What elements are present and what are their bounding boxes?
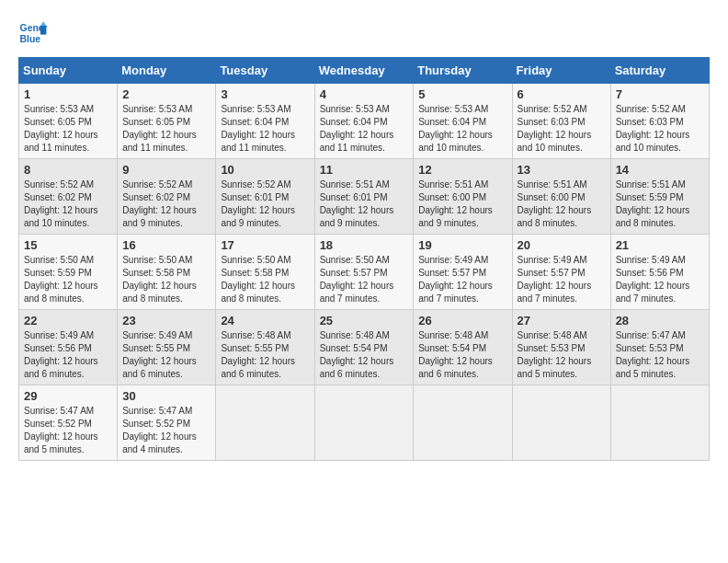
day-info: Sunrise: 5:51 AMSunset: 6:00 PMDaylight:…	[418, 178, 506, 230]
day-number: 27	[518, 314, 606, 327]
day-number: 15	[24, 238, 112, 252]
day-info: Sunrise: 5:48 AMSunset: 5:54 PMDaylight:…	[418, 329, 506, 381]
calendar-week-row: 1 Sunrise: 5:53 AMSunset: 6:05 PMDayligh…	[19, 84, 710, 159]
day-info: Sunrise: 5:48 AMSunset: 5:55 PMDaylight:…	[221, 329, 309, 381]
day-number: 19	[418, 238, 506, 252]
day-number: 6	[518, 87, 606, 101]
day-number: 5	[418, 87, 506, 101]
day-info: Sunrise: 5:47 AMSunset: 5:52 PMDaylight:…	[24, 405, 112, 456]
day-number: 14	[616, 163, 704, 177]
day-number: 7	[616, 87, 704, 101]
day-info: Sunrise: 5:47 AMSunset: 5:52 PMDaylight:…	[122, 405, 210, 456]
day-number: 17	[221, 238, 309, 252]
day-info: Sunrise: 5:49 AMSunset: 5:57 PMDaylight:…	[518, 254, 606, 305]
logo-icon: General Blue	[18, 18, 48, 48]
calendar-cell: 9 Sunrise: 5:52 AMSunset: 6:02 PMDayligh…	[118, 159, 216, 235]
calendar-cell	[414, 385, 512, 461]
calendar-cell: 7 Sunrise: 5:52 AMSunset: 6:03 PMDayligh…	[610, 84, 709, 159]
day-info: Sunrise: 5:47 AMSunset: 5:53 PMDaylight:…	[616, 329, 704, 381]
day-info: Sunrise: 5:51 AMSunset: 6:01 PMDaylight:…	[320, 178, 409, 230]
calendar-cell: 23 Sunrise: 5:49 AMSunset: 5:55 PMDaylig…	[118, 310, 216, 385]
calendar-cell: 11 Sunrise: 5:51 AMSunset: 6:01 PMDaylig…	[314, 159, 414, 235]
calendar-cell: 1 Sunrise: 5:53 AMSunset: 6:05 PMDayligh…	[19, 84, 118, 159]
calendar-cell: 27 Sunrise: 5:48 AMSunset: 5:53 PMDaylig…	[512, 310, 610, 385]
day-info: Sunrise: 5:53 AMSunset: 6:04 PMDaylight:…	[320, 103, 409, 155]
header-cell-saturday: Saturday	[610, 58, 709, 84]
header-cell-tuesday: Tuesday	[216, 58, 314, 84]
day-number: 24	[221, 314, 309, 327]
calendar-cell: 29 Sunrise: 5:47 AMSunset: 5:52 PMDaylig…	[19, 385, 118, 461]
calendar-week-row: 15 Sunrise: 5:50 AMSunset: 5:59 PMDaylig…	[19, 235, 710, 310]
calendar-table: SundayMondayTuesdayWednesdayThursdayFrid…	[18, 57, 710, 461]
day-number: 25	[320, 314, 409, 327]
day-number: 30	[122, 389, 210, 403]
calendar-cell: 6 Sunrise: 5:52 AMSunset: 6:03 PMDayligh…	[512, 84, 610, 159]
day-number: 1	[24, 87, 112, 101]
day-number: 18	[320, 238, 409, 252]
day-info: Sunrise: 5:52 AMSunset: 6:03 PMDaylight:…	[518, 103, 606, 155]
calendar-cell: 21 Sunrise: 5:49 AMSunset: 5:56 PMDaylig…	[610, 235, 709, 310]
day-number: 20	[518, 238, 606, 252]
logo: General Blue	[18, 18, 51, 48]
day-number: 9	[122, 163, 210, 177]
calendar-week-row: 29 Sunrise: 5:47 AMSunset: 5:52 PMDaylig…	[19, 385, 710, 461]
day-number: 8	[24, 163, 112, 177]
header-cell-friday: Friday	[512, 58, 610, 84]
calendar-cell: 20 Sunrise: 5:49 AMSunset: 5:57 PMDaylig…	[512, 235, 610, 310]
day-info: Sunrise: 5:53 AMSunset: 6:04 PMDaylight:…	[418, 103, 506, 155]
day-number: 22	[24, 314, 112, 327]
header-cell-monday: Monday	[118, 58, 216, 84]
day-info: Sunrise: 5:49 AMSunset: 5:56 PMDaylight:…	[24, 329, 112, 381]
day-info: Sunrise: 5:50 AMSunset: 5:57 PMDaylight:…	[320, 254, 409, 305]
day-number: 11	[320, 163, 409, 177]
day-info: Sunrise: 5:53 AMSunset: 6:05 PMDaylight:…	[24, 103, 112, 155]
calendar-cell: 3 Sunrise: 5:53 AMSunset: 6:04 PMDayligh…	[216, 84, 314, 159]
calendar-cell: 18 Sunrise: 5:50 AMSunset: 5:57 PMDaylig…	[314, 235, 414, 310]
header-cell-thursday: Thursday	[414, 58, 512, 84]
day-info: Sunrise: 5:50 AMSunset: 5:59 PMDaylight:…	[24, 254, 112, 305]
day-info: Sunrise: 5:52 AMSunset: 6:02 PMDaylight:…	[122, 178, 210, 230]
day-number: 21	[616, 238, 704, 252]
calendar-cell: 10 Sunrise: 5:52 AMSunset: 6:01 PMDaylig…	[216, 159, 314, 235]
day-number: 29	[24, 389, 112, 403]
calendar-cell: 15 Sunrise: 5:50 AMSunset: 5:59 PMDaylig…	[19, 235, 118, 310]
calendar-cell: 24 Sunrise: 5:48 AMSunset: 5:55 PMDaylig…	[216, 310, 314, 385]
day-info: Sunrise: 5:52 AMSunset: 6:03 PMDaylight:…	[616, 103, 704, 155]
day-info: Sunrise: 5:52 AMSunset: 6:01 PMDaylight:…	[221, 178, 309, 230]
day-number: 12	[418, 163, 506, 177]
calendar-cell	[216, 385, 314, 461]
day-info: Sunrise: 5:48 AMSunset: 5:53 PMDaylight:…	[518, 329, 606, 381]
day-number: 28	[616, 314, 704, 327]
header-row: SundayMondayTuesdayWednesdayThursdayFrid…	[19, 58, 710, 84]
calendar-cell: 17 Sunrise: 5:50 AMSunset: 5:58 PMDaylig…	[216, 235, 314, 310]
day-number: 26	[418, 314, 506, 327]
day-info: Sunrise: 5:53 AMSunset: 6:04 PMDaylight:…	[221, 103, 309, 155]
calendar-cell	[512, 385, 610, 461]
calendar-cell: 5 Sunrise: 5:53 AMSunset: 6:04 PMDayligh…	[414, 84, 512, 159]
calendar-cell: 30 Sunrise: 5:47 AMSunset: 5:52 PMDaylig…	[118, 385, 216, 461]
header-cell-sunday: Sunday	[19, 58, 118, 84]
day-info: Sunrise: 5:48 AMSunset: 5:54 PMDaylight:…	[320, 329, 409, 381]
day-info: Sunrise: 5:49 AMSunset: 5:55 PMDaylight:…	[122, 329, 210, 381]
calendar-cell: 19 Sunrise: 5:49 AMSunset: 5:57 PMDaylig…	[414, 235, 512, 310]
day-number: 16	[122, 238, 210, 252]
calendar-cell: 13 Sunrise: 5:51 AMSunset: 6:00 PMDaylig…	[512, 159, 610, 235]
day-info: Sunrise: 5:49 AMSunset: 5:57 PMDaylight:…	[418, 254, 506, 305]
calendar-cell	[314, 385, 414, 461]
header-cell-wednesday: Wednesday	[314, 58, 414, 84]
calendar-week-row: 22 Sunrise: 5:49 AMSunset: 5:56 PMDaylig…	[19, 310, 710, 385]
day-number: 4	[320, 87, 409, 101]
calendar-cell: 4 Sunrise: 5:53 AMSunset: 6:04 PMDayligh…	[314, 84, 414, 159]
day-info: Sunrise: 5:51 AMSunset: 5:59 PMDaylight:…	[616, 178, 704, 230]
calendar-cell: 26 Sunrise: 5:48 AMSunset: 5:54 PMDaylig…	[414, 310, 512, 385]
page-header: General Blue	[18, 18, 710, 48]
day-number: 3	[221, 87, 309, 101]
calendar-cell: 22 Sunrise: 5:49 AMSunset: 5:56 PMDaylig…	[19, 310, 118, 385]
calendar-cell: 16 Sunrise: 5:50 AMSunset: 5:58 PMDaylig…	[118, 235, 216, 310]
day-number: 2	[122, 87, 210, 101]
day-info: Sunrise: 5:50 AMSunset: 5:58 PMDaylight:…	[122, 254, 210, 305]
day-info: Sunrise: 5:52 AMSunset: 6:02 PMDaylight:…	[24, 178, 112, 230]
day-number: 10	[221, 163, 309, 177]
calendar-cell: 25 Sunrise: 5:48 AMSunset: 5:54 PMDaylig…	[314, 310, 414, 385]
calendar-cell: 14 Sunrise: 5:51 AMSunset: 5:59 PMDaylig…	[610, 159, 709, 235]
